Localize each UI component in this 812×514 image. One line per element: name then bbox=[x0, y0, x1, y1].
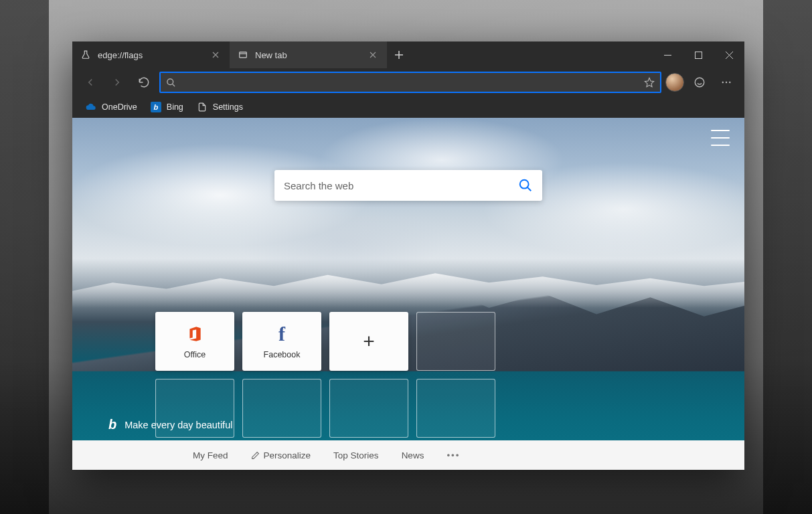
tile-empty[interactable] bbox=[416, 379, 495, 438]
web-search-input[interactable] bbox=[284, 180, 511, 191]
refresh-button[interactable] bbox=[133, 72, 155, 93]
feed-news[interactable]: News bbox=[402, 450, 424, 460]
svg-point-7 bbox=[520, 180, 529, 189]
favorite-settings[interactable]: Settings bbox=[191, 100, 248, 114]
pencil-icon bbox=[251, 451, 260, 460]
tab-close-icon[interactable] bbox=[211, 50, 220, 60]
tab-close-icon[interactable] bbox=[368, 50, 378, 60]
favorite-label: Bing bbox=[167, 102, 183, 112]
favorite-bing[interactable]: b Bing bbox=[145, 100, 189, 114]
forward-button[interactable] bbox=[106, 72, 129, 93]
favorite-label: Settings bbox=[213, 102, 243, 112]
favorite-onedrive[interactable]: OneDrive bbox=[80, 100, 143, 114]
tab-flags[interactable]: edge://flags bbox=[72, 41, 230, 68]
svg-point-4 bbox=[722, 82, 724, 83]
feed-more-icon[interactable]: ••• bbox=[446, 450, 460, 460]
tile-add[interactable]: + bbox=[329, 312, 408, 371]
tagline-text: Make every day beautiful bbox=[125, 420, 232, 430]
web-search-box[interactable] bbox=[274, 170, 542, 201]
bing-tagline[interactable]: b Make every day beautiful bbox=[108, 417, 232, 432]
maximize-button[interactable] bbox=[683, 41, 714, 68]
svg-point-3 bbox=[695, 78, 704, 87]
desktop-wallpaper: edge://flags New tab bbox=[0, 0, 812, 514]
titlebar: edge://flags New tab bbox=[72, 41, 744, 68]
search-icon[interactable] bbox=[518, 178, 533, 193]
tile-empty[interactable] bbox=[242, 379, 321, 438]
browser-window: edge://flags New tab bbox=[72, 41, 744, 470]
address-input[interactable] bbox=[181, 77, 639, 88]
bing-icon: b bbox=[108, 417, 116, 432]
svg-point-6 bbox=[729, 82, 730, 83]
plus-icon: + bbox=[363, 331, 375, 352]
address-bar[interactable] bbox=[159, 72, 661, 93]
svg-rect-1 bbox=[695, 52, 702, 58]
tile-facebook[interactable]: f Facebook bbox=[242, 312, 321, 371]
feed-bar: My Feed Personalize Top Stories News ••• bbox=[72, 440, 744, 470]
more-menu-icon[interactable] bbox=[715, 72, 738, 93]
tab-strip: edge://flags New tab bbox=[72, 41, 652, 68]
svg-point-5 bbox=[726, 82, 727, 83]
window-close-button[interactable] bbox=[714, 41, 744, 68]
navbar bbox=[72, 68, 744, 96]
svg-rect-0 bbox=[240, 52, 247, 58]
tile-label: Office bbox=[184, 350, 206, 359]
new-tab-page: Office f Facebook + b Make every day bbox=[72, 118, 744, 470]
tile-label: Facebook bbox=[264, 350, 301, 359]
facebook-icon: f bbox=[278, 323, 285, 345]
profile-avatar[interactable] bbox=[665, 73, 684, 92]
cloud-icon bbox=[86, 102, 96, 112]
window-controls bbox=[652, 41, 744, 68]
favorites-bar: OneDrive b Bing Settings bbox=[72, 96, 744, 118]
page-settings-icon[interactable] bbox=[711, 130, 730, 146]
bing-icon: b bbox=[151, 102, 161, 112]
new-tab-button[interactable] bbox=[387, 41, 411, 68]
tile-empty[interactable] bbox=[416, 312, 495, 371]
tab-label: New tab bbox=[255, 50, 361, 60]
svg-point-2 bbox=[167, 78, 173, 84]
back-button[interactable] bbox=[79, 72, 102, 93]
file-icon bbox=[197, 102, 208, 112]
favorite-label: OneDrive bbox=[102, 102, 137, 112]
flask-icon bbox=[80, 50, 91, 60]
tab-label: edge://flags bbox=[98, 50, 204, 60]
tile-office[interactable]: Office bbox=[155, 312, 234, 371]
search-icon bbox=[166, 78, 176, 88]
page-icon bbox=[238, 50, 248, 60]
minimize-button[interactable] bbox=[652, 41, 683, 68]
feed-topstories[interactable]: Top Stories bbox=[333, 450, 379, 460]
feedback-smiley-icon[interactable] bbox=[688, 72, 711, 93]
office-icon bbox=[186, 323, 204, 345]
feed-personalize[interactable]: Personalize bbox=[251, 450, 311, 460]
favorite-star-icon[interactable] bbox=[644, 77, 655, 88]
tile-empty[interactable] bbox=[329, 379, 408, 438]
snow-graphic bbox=[72, 266, 744, 308]
feed-myfeed[interactable]: My Feed bbox=[193, 450, 228, 460]
tab-newtab[interactable]: New tab bbox=[230, 41, 387, 68]
